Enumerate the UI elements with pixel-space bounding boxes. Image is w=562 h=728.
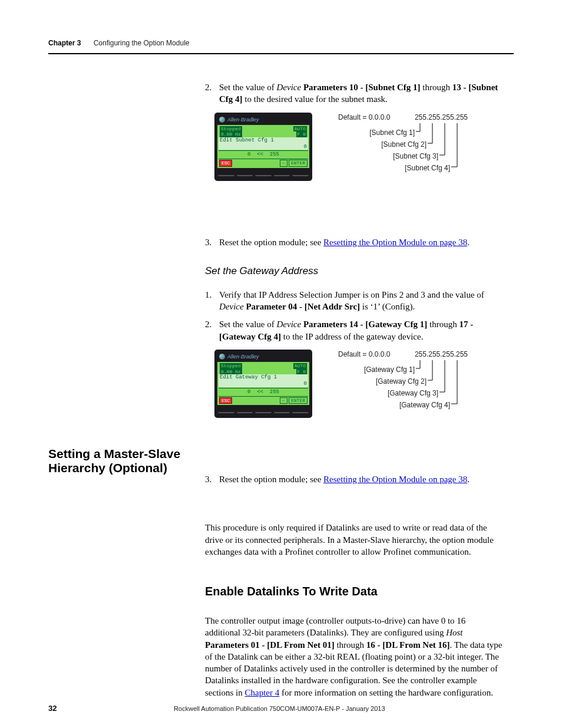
- step-2: 2. Set the value of Device Parameters 14…: [205, 318, 503, 342]
- chapter4-link[interactable]: Chapter 4: [245, 688, 280, 697]
- step-number: 2.: [205, 81, 211, 93]
- step-number: 3.: [205, 236, 211, 248]
- master-slave-para: This procedure is only required if Datal…: [205, 522, 503, 558]
- enter-button: ENTER: [289, 160, 308, 167]
- step-2: 2. Set the value of Device Parameters 10…: [205, 81, 503, 106]
- gateway-tree: Default = 0.0.0.0255.255.255.255 [Gatewa…: [338, 350, 468, 464]
- chapter-title: Configuring the Option Module: [94, 39, 190, 47]
- chapter-number: Chapter 3: [48, 39, 81, 47]
- page-number: 32: [48, 704, 57, 713]
- step-text: Set the value of Device Parameters 14 - …: [219, 319, 473, 341]
- step-text: Verify that IP Address Selection Jumper …: [219, 290, 484, 311]
- step-number: 3.: [205, 473, 211, 485]
- subnet-figure-row: Allen-Bradley StoppedAUTO 0.00 HzF 0 Edi…: [214, 113, 503, 227]
- gateway-steps: 1. Verify that IP Address Selection Jump…: [205, 289, 503, 342]
- him-softkeys: [217, 171, 310, 176]
- main-content: 2. Set the value of Device Parameters 10…: [205, 81, 503, 707]
- page-footer: 32 Rockwell Automation Publication 750CO…: [48, 704, 514, 713]
- him-device-gateway: Allen-Bradley StoppedAUTO 0.00 HzF 0 Edi…: [214, 350, 312, 418]
- gateway-step3: 3. Reset the option module; see Resettin…: [205, 473, 503, 485]
- him-softkeys: [217, 408, 310, 413]
- arrow-left-icon: ←: [280, 397, 287, 404]
- him-brand-bar: Allen-Bradley: [217, 115, 310, 124]
- step-3: 3. Reset the option module; see Resettin…: [205, 473, 503, 485]
- step-1: 1. Verify that IP Address Selection Jump…: [205, 289, 503, 313]
- him-brand-bar: Allen-Bradley: [217, 352, 310, 361]
- reset-module-link[interactable]: Resetting the Option Module on page 38: [323, 475, 467, 484]
- reset-module-link[interactable]: Resetting the Option Module on page 38: [323, 238, 467, 247]
- him-lcd: StoppedAUTO 0.00 HzF 0 Edit Subnet Cfg 1…: [217, 124, 310, 169]
- subnet-step3: 3. Reset the option module; see Resettin…: [205, 236, 503, 248]
- him-lcd: StoppedAUTO 0.00 HzF 0 Edit Gateway Cfg …: [217, 361, 310, 406]
- running-header: Chapter 3 Configuring the Option Module: [48, 39, 514, 47]
- globe-icon: [219, 117, 225, 123]
- datalinks-para: The controller output image (controller …: [205, 615, 503, 699]
- gateway-subheading: Set the Gateway Address: [205, 265, 503, 278]
- esc-button: ESC: [219, 397, 232, 404]
- step-number: 2.: [205, 318, 211, 330]
- step-text: Reset the option module; see Resetting t…: [219, 475, 470, 484]
- step-text: Reset the option module; see Resetting t…: [219, 238, 470, 247]
- arrow-left-icon: ←: [280, 160, 287, 167]
- subnet-steps: 2. Set the value of Device Parameters 10…: [205, 81, 503, 106]
- publication-info: Rockwell Automation Publication 750COM-U…: [57, 705, 502, 712]
- him-device-subnet: Allen-Bradley StoppedAUTO 0.00 HzF 0 Edi…: [214, 113, 312, 181]
- step-text: Set the value of Device Parameters 10 - …: [219, 83, 498, 104]
- enter-button: ENTER: [289, 397, 308, 404]
- step-3: 3. Reset the option module; see Resettin…: [205, 236, 503, 248]
- esc-button: ESC: [219, 160, 232, 167]
- header-rule: [48, 53, 514, 54]
- enable-datalinks-heading: Enable Datalinks To Write Data: [205, 584, 503, 599]
- subnet-tree: Default = 0.0.0.0255.255.255.255 [Subnet…: [338, 113, 468, 227]
- gateway-figure-row: Allen-Bradley StoppedAUTO 0.00 HzF 0 Edi…: [214, 350, 503, 464]
- globe-icon: [219, 354, 225, 360]
- step-number: 1.: [205, 289, 211, 301]
- side-heading-master-slave: Setting a Master-Slave Hierarchy (Option…: [48, 447, 190, 475]
